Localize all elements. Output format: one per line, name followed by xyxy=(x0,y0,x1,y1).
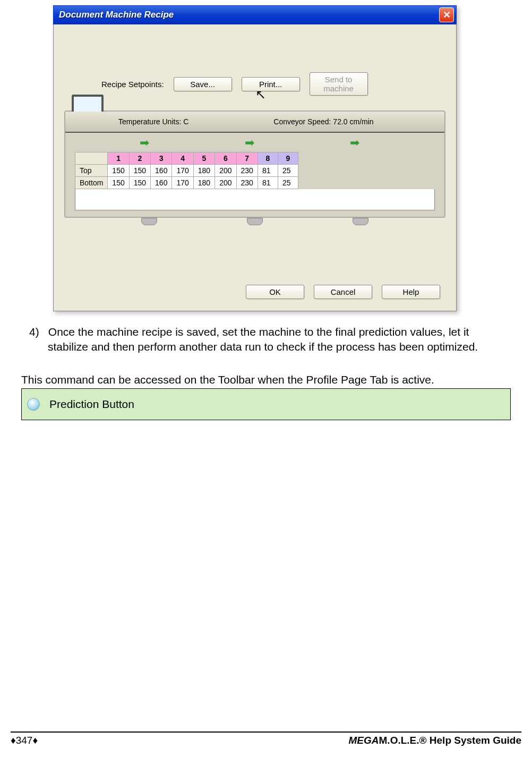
cell: 200 xyxy=(215,177,236,189)
step-number: 4) xyxy=(29,325,45,339)
help-button[interactable]: Help xyxy=(382,285,440,299)
zone-header: 5 xyxy=(193,152,214,165)
access-text: This command can be accessed on the Tool… xyxy=(21,373,511,386)
zone-header: 8 xyxy=(258,152,278,165)
cell: 230 xyxy=(236,165,258,177)
dialog-title: Document Machine Recipe xyxy=(59,10,439,20)
dialog-window: Document Machine Recipe ✕ Recipe Setpoin… xyxy=(53,5,457,311)
page-number: ♦347♦ xyxy=(11,735,38,746)
cell: 160 xyxy=(151,165,172,177)
ok-button[interactable]: OK xyxy=(246,285,304,299)
arrow-icon: ➡ xyxy=(350,136,359,150)
prediction-label: Prediction Button xyxy=(49,398,134,411)
save-button[interactable]: Save... xyxy=(174,77,232,91)
arrow-icon: ➡ xyxy=(245,136,254,150)
table-header-row: 1 2 3 4 5 6 7 8 9 xyxy=(75,152,298,165)
machine-panel: Temperature Units: C Conveyor Speed: 72.… xyxy=(64,110,445,218)
temperature-units-label: Temperature Units: C xyxy=(118,117,188,126)
cell: 25 xyxy=(278,165,298,177)
prediction-icon xyxy=(27,398,40,411)
cell: 150 xyxy=(108,177,129,189)
cell: 230 xyxy=(236,177,258,189)
zone-header: 6 xyxy=(215,152,236,165)
cell: 180 xyxy=(193,165,214,177)
table-row: Bottom 150 150 160 170 180 200 230 81 25 xyxy=(75,177,298,189)
arrow-icon: ➡ xyxy=(140,136,149,150)
dialog-titlebar: Document Machine Recipe ✕ xyxy=(53,5,457,24)
cell: 160 xyxy=(151,177,172,189)
print-button[interactable]: Print... xyxy=(242,77,300,91)
cell: 150 xyxy=(129,165,150,177)
zone-header: 3 xyxy=(151,152,172,165)
dialog-body: Recipe Setpoints: Save... Print... Send … xyxy=(53,24,457,311)
prediction-button-box: Prediction Button xyxy=(21,388,511,420)
page-footer: ♦347♦ MEGAM.O.L.E.® Help System Guide xyxy=(0,732,532,746)
machine-foot-icon xyxy=(353,218,368,225)
cell: 81 xyxy=(258,177,278,189)
guide-title: MEGAM.O.L.E.® Help System Guide xyxy=(349,735,521,746)
cell: 150 xyxy=(129,177,150,189)
zone-header: 2 xyxy=(129,152,150,165)
machine-foot-icon xyxy=(247,218,263,225)
cancel-button[interactable]: Cancel xyxy=(314,285,372,299)
guide-prefix: MEGA xyxy=(349,735,379,746)
send-to-machine-button[interactable]: Send to machine xyxy=(310,72,368,96)
guide-rest: M.O.L.E.® Help System Guide xyxy=(379,735,521,746)
setpoints-label: Recipe Setpoints: xyxy=(101,80,164,89)
cell: 150 xyxy=(108,165,129,177)
step-paragraph: 4) Once the machine recipe is saved, set… xyxy=(48,325,505,355)
zone-header: 4 xyxy=(172,152,193,165)
cell: 170 xyxy=(172,177,193,189)
zone-header: 7 xyxy=(236,152,258,165)
cell: 200 xyxy=(215,165,236,177)
row-label: Bottom xyxy=(75,177,108,189)
cell: 81 xyxy=(258,165,278,177)
machine-foot-icon xyxy=(141,218,157,225)
close-icon: ✕ xyxy=(443,9,451,21)
zone-header: 9 xyxy=(278,152,298,165)
close-button[interactable]: ✕ xyxy=(439,7,454,22)
step-text: Once the machine recipe is saved, set th… xyxy=(48,326,478,353)
cell: 170 xyxy=(172,165,193,177)
row-label: Top xyxy=(75,165,108,177)
zone-table: 1 2 3 4 5 6 7 8 9 Top 150 150 160 xyxy=(75,152,298,189)
cell: 180 xyxy=(193,177,214,189)
cell: 25 xyxy=(278,177,298,189)
conveyor-speed-label: Conveyor Speed: 72.0 cm/min xyxy=(273,117,373,126)
table-row: Top 150 150 160 170 180 200 230 81 25 xyxy=(75,165,298,177)
zone-header: 1 xyxy=(108,152,129,165)
